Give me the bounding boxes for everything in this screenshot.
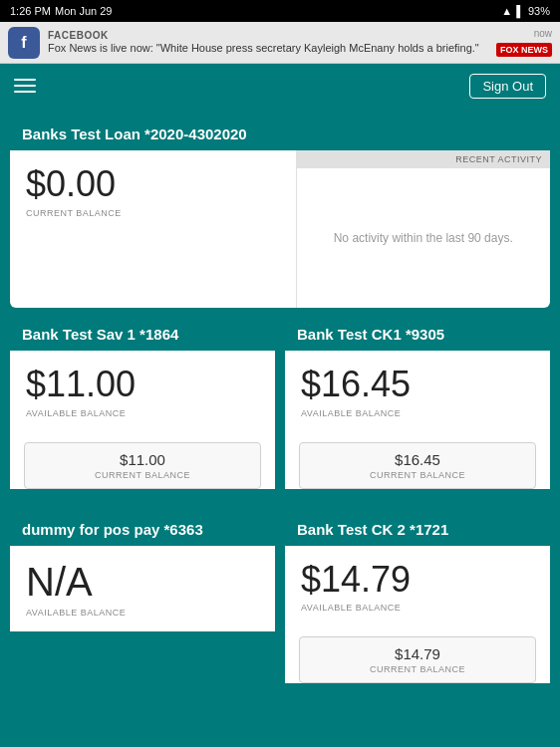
- hamburger-line-1: [14, 79, 36, 81]
- loan-card-header: Banks Test Loan *2020-4302020: [10, 118, 550, 150]
- ck1-balance-label: AVAILABLE BALANCE: [301, 408, 534, 418]
- loan-no-activity: No activity within the last 90 days.: [334, 231, 513, 245]
- pos-balance-section: N/A AVAILABLE BALANCE: [10, 546, 275, 631]
- ck2-balance-amount: $14.79: [301, 560, 534, 600]
- ck2-current-amount: $14.79: [308, 645, 527, 662]
- ck2-card-body: $14.79 AVAILABLE BALANCE $14.79 CURRENT …: [285, 546, 550, 684]
- sav1-current-amount: $11.00: [33, 451, 252, 468]
- ck1-balance-section: $16.45 AVAILABLE BALANCE: [285, 351, 550, 432]
- hamburger-line-2: [14, 85, 36, 87]
- sav1-card-header: Bank Test Sav 1 *1864: [10, 318, 275, 351]
- notification-right: now FOX NEWS: [496, 28, 552, 57]
- loan-card-body: $0.00 CURRENT BALANCE RECENT ACTIVITY No…: [10, 150, 550, 308]
- battery-icon: ▌: [516, 5, 524, 17]
- pos-card-body: N/A AVAILABLE BALANCE: [10, 546, 275, 631]
- notification-content: FACEBOOK Fox News is live now: "White Ho…: [48, 30, 488, 55]
- ck2-current-balance-box: $14.79 CURRENT BALANCE: [299, 636, 536, 683]
- hamburger-line-3: [14, 91, 36, 93]
- notification-time: now: [534, 28, 552, 39]
- account-card-loan: Banks Test Loan *2020-4302020 $0.00 CURR…: [10, 118, 550, 308]
- menu-button[interactable]: [14, 79, 36, 93]
- notification-message: Fox News is live now: "White House press…: [48, 41, 488, 55]
- ck1-current-balance-box: $16.45 CURRENT BALANCE: [299, 442, 536, 489]
- status-day: Mon Jun 29: [55, 5, 112, 17]
- account-card-sav1: Bank Test Sav 1 *1864 $11.00 AVAILABLE B…: [10, 318, 275, 503]
- facebook-icon: f: [8, 27, 40, 59]
- ck1-current-label: CURRENT BALANCE: [308, 470, 527, 480]
- wifi-icon: ▲: [501, 5, 512, 17]
- ck1-card-header: Bank Test CK1 *9305: [285, 318, 550, 351]
- ck1-balance-amount: $16.45: [301, 365, 534, 404]
- sav1-balance-section: $11.00 AVAILABLE BALANCE: [10, 351, 275, 432]
- loan-activity-body: No activity within the last 90 days.: [297, 168, 551, 308]
- status-time: 1:26 PM: [10, 5, 51, 17]
- row-pos-ck2: dummy for pos pay *6363 N/A AVAILABLE BA…: [10, 513, 550, 698]
- loan-balance-section: $0.00 CURRENT BALANCE: [10, 150, 296, 308]
- pos-card-header: dummy for pos pay *6363: [10, 513, 275, 546]
- status-bar: 1:26 PM Mon Jun 29 ▲ ▌ 93%: [0, 0, 560, 22]
- top-nav: Sign Out: [0, 64, 560, 108]
- sav1-balance-label: AVAILABLE BALANCE: [26, 408, 259, 418]
- pos-balance-label: AVAILABLE BALANCE: [26, 608, 259, 618]
- ck2-card-header: Bank Test CK 2 *1721: [285, 513, 550, 546]
- sav1-current-label: CURRENT BALANCE: [33, 470, 252, 480]
- pos-balance-amount: N/A: [26, 560, 259, 604]
- account-card-pos: dummy for pos pay *6363 N/A AVAILABLE BA…: [10, 513, 275, 698]
- battery-pct: 93%: [528, 5, 550, 17]
- sav1-card-body: $11.00 AVAILABLE BALANCE $11.00 CURRENT …: [10, 351, 275, 489]
- status-left: 1:26 PM Mon Jun 29: [10, 5, 112, 17]
- account-card-ck1: Bank Test CK1 *9305 $16.45 AVAILABLE BAL…: [285, 318, 550, 503]
- ck2-balance-section: $14.79 AVAILABLE BALANCE: [285, 546, 550, 627]
- loan-balance-label: CURRENT BALANCE: [26, 208, 280, 218]
- notification-app-name: FACEBOOK: [48, 30, 488, 41]
- ck2-current-label: CURRENT BALANCE: [308, 664, 527, 674]
- row-sav1-ck1: Bank Test Sav 1 *1864 $11.00 AVAILABLE B…: [10, 318, 550, 503]
- loan-activity-section: RECENT ACTIVITY No activity within the l…: [296, 150, 551, 308]
- accounts-list: Banks Test Loan *2020-4302020 $0.00 CURR…: [0, 108, 560, 707]
- fox-news-logo: FOX NEWS: [496, 43, 552, 57]
- ck2-balance-label: AVAILABLE BALANCE: [301, 603, 534, 613]
- ck1-current-amount: $16.45: [308, 451, 527, 468]
- sign-out-button[interactable]: Sign Out: [469, 74, 546, 99]
- notification-bar: f FACEBOOK Fox News is live now: "White …: [0, 22, 560, 64]
- status-right: ▲ ▌ 93%: [501, 5, 550, 17]
- loan-activity-header: RECENT ACTIVITY: [297, 150, 551, 168]
- ck1-card-body: $16.45 AVAILABLE BALANCE $16.45 CURRENT …: [285, 351, 550, 489]
- sav1-balance-amount: $11.00: [26, 365, 259, 404]
- account-card-ck2: Bank Test CK 2 *1721 $14.79 AVAILABLE BA…: [285, 513, 550, 698]
- loan-balance-amount: $0.00: [26, 164, 280, 204]
- sav1-current-balance-box: $11.00 CURRENT BALANCE: [24, 442, 261, 489]
